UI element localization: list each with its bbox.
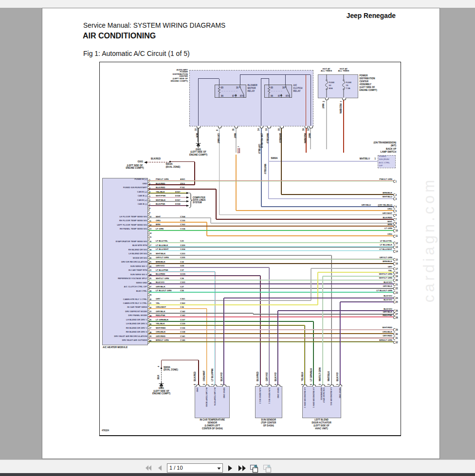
svg-text:87A: 87A	[240, 95, 244, 97]
svg-text:87: 87	[232, 95, 235, 97]
svg-text:85: 85	[221, 87, 224, 89]
svg-text:85: 85	[271, 87, 274, 89]
svg-text:86: 86	[221, 95, 224, 97]
svg-text:86: 86	[271, 95, 274, 97]
svg-text:30: 30	[236, 87, 239, 89]
svg-text:87: 87	[278, 95, 281, 97]
svg-text:30: 30	[282, 87, 285, 89]
svg-text:87A: 87A	[286, 95, 290, 97]
